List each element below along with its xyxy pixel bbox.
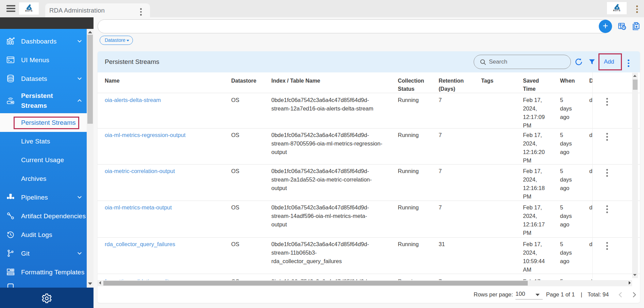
svg-text:AOTS: AOTS — [25, 10, 33, 12]
svg-text:AOTS: AOTS — [613, 9, 621, 12]
